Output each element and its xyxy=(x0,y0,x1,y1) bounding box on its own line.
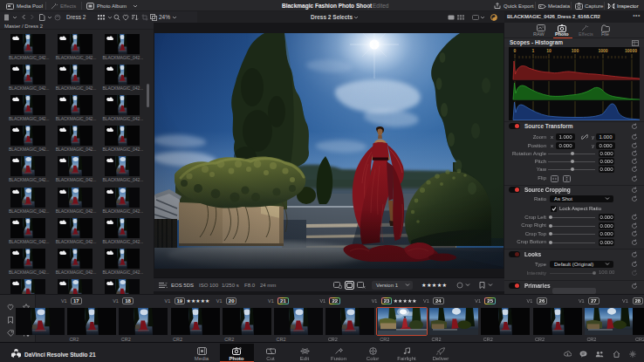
svg-text:0: 0 xyxy=(514,48,517,53)
svg-text:1: 1 xyxy=(532,48,535,53)
svg-text:100: 100 xyxy=(572,48,579,53)
svg-text:10000: 10000 xyxy=(625,48,637,53)
svg-text:10: 10 xyxy=(546,48,552,53)
svg-text:1000: 1000 xyxy=(598,48,607,53)
